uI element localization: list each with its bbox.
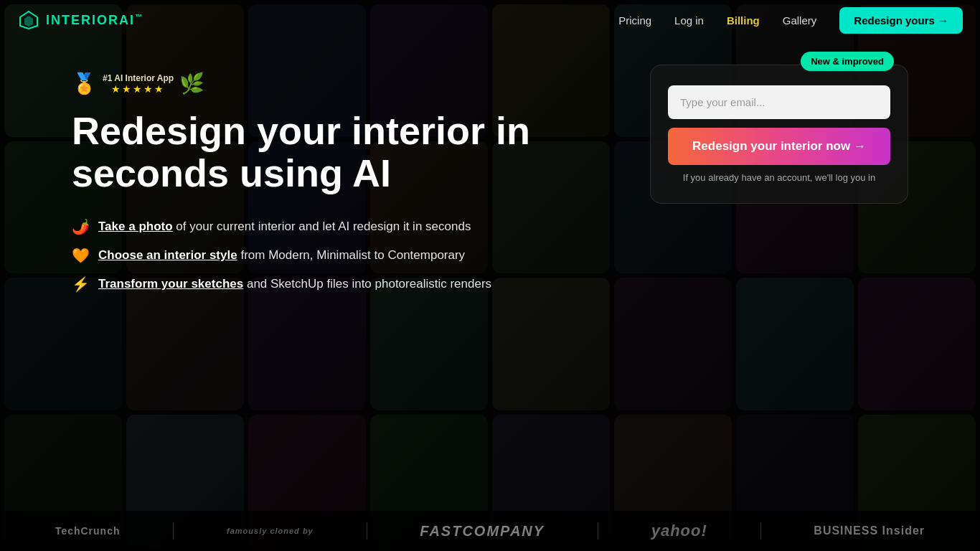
nav-links: Pricing Log in Billing Gallery Redesign … xyxy=(618,7,963,34)
logo-icon xyxy=(17,9,40,32)
logo: INTERIORAI™ xyxy=(17,9,143,32)
feature-item-3: ⚡ Transform your sketches and SketchUp f… xyxy=(72,276,650,293)
logo-text: INTERIORAI™ xyxy=(46,13,143,28)
press-logo-techcrunch: TechCrunch xyxy=(55,525,121,537)
award-badge: 🏅 #1 AI Interior App ★★★★★ 🌿 xyxy=(72,72,650,95)
nav-link-login[interactable]: Log in xyxy=(674,14,704,27)
laurel-left-icon: 🏅 xyxy=(72,72,97,95)
feature-emoji-2: 🧡 xyxy=(72,247,90,264)
redesign-cta-button[interactable]: Redesign your interior now → xyxy=(668,128,890,165)
nav-cta-button[interactable]: Redesign yours → xyxy=(839,7,963,34)
svg-marker-1 xyxy=(24,16,33,27)
press-divider xyxy=(760,522,761,540)
feature-text-1: Take a photo of your current interior an… xyxy=(98,220,471,234)
hero-left: 🏅 #1 AI Interior App ★★★★★ 🌿 Redesign yo… xyxy=(72,57,650,293)
feature-list: 🌶️ Take a photo of your current interior… xyxy=(72,218,650,293)
feature-link-3[interactable]: Transform your sketches xyxy=(98,277,243,291)
feature-item-1: 🌶️ Take a photo of your current interior… xyxy=(72,218,650,235)
press-divider xyxy=(367,522,367,540)
nav-link-billing[interactable]: Billing xyxy=(727,14,760,27)
new-improved-badge: New & improved xyxy=(801,52,894,71)
form-subtext: If you already have an account, we'll lo… xyxy=(668,172,890,183)
nav-link-pricing[interactable]: Pricing xyxy=(618,14,651,27)
press-logo-fastcompany: FASTCOMPANY xyxy=(420,523,545,540)
press-logo-yahoo: yahoo! xyxy=(651,522,707,540)
laurel-right-icon: 🌿 xyxy=(179,72,204,95)
award-rank: #1 AI Interior App xyxy=(103,73,174,83)
press-bar: TechCrunch famously cloned by FASTCOMPAN… xyxy=(0,511,980,551)
feature-item-2: 🧡 Choose an interior style from Modern, … xyxy=(72,247,650,264)
hero-right: New & improved Redesign your interior no… xyxy=(650,65,908,204)
press-logo-business-insider: BUSINESS Insider xyxy=(814,524,925,537)
feature-link-1[interactable]: Take a photo xyxy=(98,220,173,233)
form-panel: Redesign your interior now → If you alre… xyxy=(650,65,908,204)
award-stars: ★★★★★ xyxy=(103,83,174,95)
press-divider xyxy=(173,522,174,540)
navbar: INTERIORAI™ Pricing Log in Billing Galle… xyxy=(0,0,980,40)
feature-text-2: Choose an interior style from Modern, Mi… xyxy=(98,248,465,263)
feature-emoji-3: ⚡ xyxy=(72,276,90,293)
hero-section: 🏅 #1 AI Interior App ★★★★★ 🌿 Redesign yo… xyxy=(72,57,908,508)
press-divider xyxy=(598,522,598,540)
feature-text-3: Transform your sketches and SketchUp fil… xyxy=(98,277,491,291)
hero-title: Redesign your interior in seconds using … xyxy=(72,110,574,195)
award-text: #1 AI Interior App ★★★★★ xyxy=(103,73,174,95)
feature-link-2[interactable]: Choose an interior style xyxy=(98,248,237,262)
press-logo-famously: famously cloned by xyxy=(227,527,314,535)
feature-emoji-1: 🌶️ xyxy=(72,218,90,235)
email-input[interactable] xyxy=(668,85,890,119)
nav-link-gallery[interactable]: Gallery xyxy=(783,14,817,27)
